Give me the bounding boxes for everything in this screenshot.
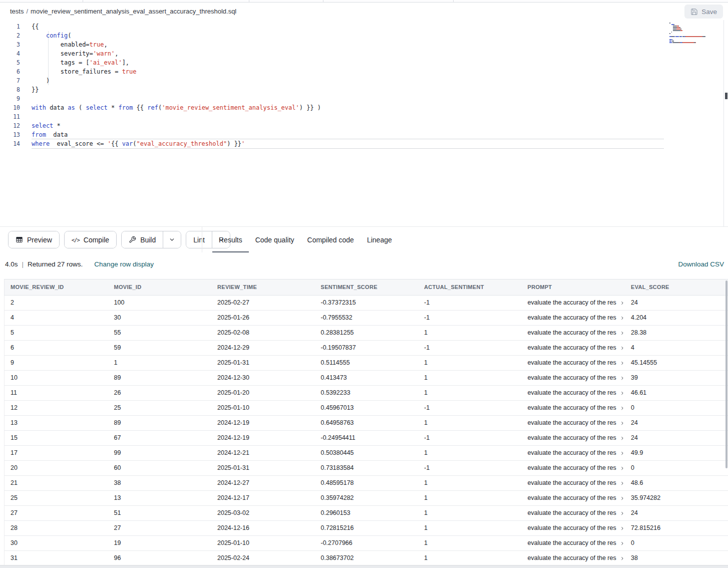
code-line[interactable]: 7 )	[0, 76, 664, 85]
code-line[interactable]: 8}}	[0, 85, 664, 94]
breadcrumb-separator: /	[24, 8, 31, 15]
expand-prompt-chevron-right-icon[interactable]	[620, 346, 625, 351]
table-row: 27512025-03-020.29601531evaluate the acc…	[4, 506, 728, 521]
elapsed-time: 4.0s	[5, 260, 18, 268]
code-line[interactable]: 13from data	[0, 130, 664, 139]
table-row: 20602025-01-310.73183584-1evaluate the a…	[4, 461, 728, 476]
expand-prompt-chevron-right-icon[interactable]	[620, 376, 625, 381]
cell-sentiment_score: 0.35974282	[315, 491, 419, 505]
cell-movie_review_id: 25	[5, 491, 108, 505]
prompt-preview-text: evaluate the accuracy of the res…	[528, 416, 617, 430]
expand-prompt-chevron-right-icon[interactable]	[620, 436, 625, 441]
expand-prompt-chevron-right-icon[interactable]	[620, 421, 625, 426]
cell-sentiment_score: 0.73183584	[315, 461, 419, 475]
cell-sentiment_score: -0.37372315	[315, 296, 419, 310]
prompt-preview-text: evaluate the accuracy of the res…	[528, 386, 617, 400]
expand-prompt-chevron-right-icon[interactable]	[620, 481, 625, 486]
code-line[interactable]: 4 severity='warn',	[0, 49, 664, 58]
expand-prompt-chevron-right-icon[interactable]	[620, 511, 625, 516]
code-text: where eval_score <= '{{ var("eval_accura…	[32, 139, 664, 149]
cell-eval_score: 45.14555	[625, 356, 728, 370]
lint-button[interactable]: Lint	[186, 231, 212, 248]
tab-lineage[interactable]: Lineage	[360, 227, 399, 252]
change-row-display-link[interactable]: Change row display	[94, 260, 154, 268]
table-row: 6592024-12-29-0.19507837-1evaluate the a…	[4, 341, 728, 356]
cell-sentiment_score: 0.413473	[315, 371, 419, 385]
line-number: 12	[0, 121, 20, 130]
cell-review_time: 2025-01-31	[211, 461, 315, 475]
cell-movie_id: 19	[108, 536, 212, 550]
breadcrumb-root[interactable]: tests	[10, 8, 24, 15]
cell-sentiment_score: 0.5392233	[315, 386, 419, 400]
expand-prompt-chevron-right-icon[interactable]	[620, 331, 625, 336]
expand-prompt-chevron-right-icon[interactable]	[620, 541, 625, 546]
cell-movie_id: 100	[108, 296, 212, 310]
cell-actual_sentiment: -1	[418, 461, 522, 475]
table-row: 28272024-12-160.728152161evaluate the ac…	[4, 521, 728, 536]
code-line[interactable]: 5 tags = ['ai_eval'],	[0, 58, 664, 67]
code-text: enabled=true,	[32, 40, 664, 49]
cell-review_time: 2024-12-19	[211, 416, 315, 430]
prompt-preview-text: evaluate the accuracy of the res…	[528, 401, 617, 415]
code-line[interactable]: 11	[0, 112, 664, 121]
expand-prompt-chevron-right-icon[interactable]	[620, 301, 625, 306]
code-line[interactable]: 6 store_failures = true	[0, 67, 664, 76]
expand-prompt-chevron-right-icon[interactable]	[620, 361, 625, 366]
expand-prompt-chevron-right-icon[interactable]	[620, 451, 625, 456]
code-line[interactable]: 9	[0, 94, 664, 103]
code-line[interactable]: 3 enabled=true,	[0, 40, 664, 49]
cell-eval_score: 24	[625, 416, 728, 430]
expand-prompt-chevron-right-icon[interactable]	[620, 316, 625, 321]
expand-prompt-chevron-right-icon[interactable]	[620, 496, 625, 501]
preview-button[interactable]: Preview	[9, 231, 59, 248]
cell-prompt: evaluate the accuracy of the res…	[522, 401, 625, 415]
minimap[interactable]	[669, 23, 722, 44]
cell-actual_sentiment: 1	[418, 476, 522, 490]
tab-divider	[453, 0, 454, 2]
expand-prompt-chevron-right-icon[interactable]	[620, 466, 625, 471]
code-line[interactable]: 12select *	[0, 121, 664, 130]
line-number: 2	[0, 31, 20, 40]
cell-movie_review_id: 5	[5, 326, 108, 340]
code-text: select *	[32, 121, 664, 130]
save-button[interactable]: Save	[684, 5, 723, 19]
cell-movie_id: 38	[108, 476, 212, 490]
cell-actual_sentiment: -1	[418, 341, 522, 355]
code-line[interactable]: 1{{	[0, 22, 664, 31]
cell-movie_id: 89	[108, 416, 212, 430]
cell-review_time: 2025-02-24	[211, 551, 315, 565]
cell-review_time: 2024-12-27	[211, 476, 315, 490]
minimap-line	[669, 41, 722, 42]
compile-button[interactable]: </>Compile	[65, 231, 116, 248]
cell-movie_id: 60	[108, 461, 212, 475]
toolbar-divider	[202, 227, 202, 252]
code-line[interactable]: 14where eval_score <= '{{ var("eval_accu…	[0, 139, 664, 148]
prompt-preview-text: evaluate the accuracy of the res…	[528, 446, 617, 460]
code-editor[interactable]: 1{{2 config(3 enabled=true,4 severity='w…	[0, 20, 728, 226]
tab-divider	[83, 0, 83, 2]
cell-sentiment_score: 0.28381255	[315, 326, 419, 340]
code-line[interactable]: 10with data as ( select * from {{ ref('m…	[0, 103, 664, 112]
expand-prompt-chevron-right-icon[interactable]	[620, 406, 625, 411]
horizontal-scrollbar[interactable]	[0, 565, 728, 568]
download-csv-link[interactable]: Download CSV	[678, 260, 724, 268]
tab-results[interactable]: Results	[212, 227, 249, 252]
column-header-sentiment_score: SENTIMENT_SCORE	[315, 279, 419, 295]
editor-scrollbar-marker[interactable]	[725, 93, 727, 99]
cell-prompt: evaluate the accuracy of the res…	[522, 296, 625, 310]
save-icon	[690, 8, 698, 16]
prompt-preview-text: evaluate the accuracy of the res…	[528, 476, 617, 490]
cell-eval_score: 24	[625, 296, 728, 310]
minimap-line	[669, 24, 722, 25]
build-dropdown-button[interactable]	[163, 231, 181, 248]
cell-movie_review_id: 9	[5, 356, 108, 370]
expand-prompt-chevron-right-icon[interactable]	[620, 526, 625, 531]
vertical-scrollbar-thumb[interactable]	[725, 280, 727, 468]
code-line[interactable]: 2 config(	[0, 31, 664, 40]
tab-code-quality[interactable]: Code quality	[249, 227, 301, 252]
expand-prompt-chevron-right-icon[interactable]	[620, 556, 625, 561]
tab-compiled-code[interactable]: Compiled code	[301, 227, 360, 252]
cell-sentiment_score: 0.5114555	[315, 356, 419, 370]
build-button[interactable]: Build	[122, 231, 163, 248]
expand-prompt-chevron-right-icon[interactable]	[620, 391, 625, 396]
